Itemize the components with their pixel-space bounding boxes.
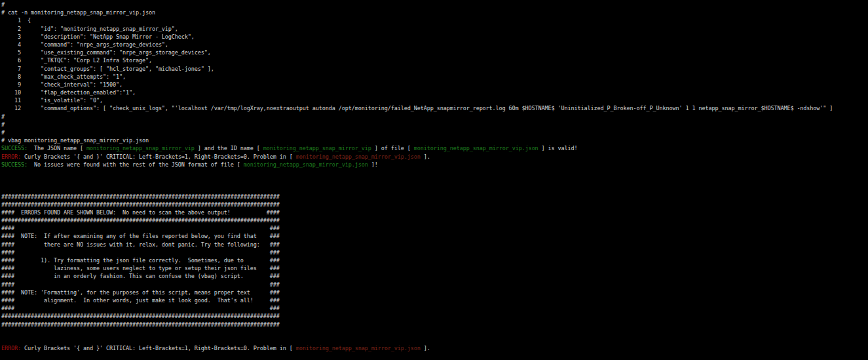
terminal-line: ########################################… [1,321,868,329]
terminal-line: #### NOTE: If after examining any of the… [1,232,868,240]
terminal-text: ]! [368,161,378,168]
ascii-banner-border: ########################################… [1,313,280,319]
shell-prompt: # [1,113,5,120]
terminal-text: Curly Brackets '{ and }' CRITICAL: Left-… [21,153,296,160]
terminal-line: # [1,129,868,136]
highlighted-filename: monitoring_netapp_snap_mirror_vip.json [414,145,538,151]
terminal-line: 9 "check_interval": "1500", [1,81,868,89]
ascii-banner-row: #### NOTE: If after examining any of the… [1,233,280,239]
terminal-line [1,176,868,184]
ascii-banner-border: ########################################… [1,321,280,328]
terminal-text: ] is valid! [538,145,578,151]
ascii-banner-title: #### ERRORS FOUND ARE SHOWN BELOW: No ne… [1,209,280,216]
terminal-line [1,336,868,344]
terminal-line: ########################################… [1,193,868,201]
terminal-line: # cat -n monitoring_netapp_snap_mirror_v… [1,9,868,16]
terminal-line: ########################################… [1,312,868,320]
ascii-banner-border: ########################################… [1,217,280,224]
terminal-line [1,329,868,336]
terminal-line: 12 "command_options": [ "check_unix_logs… [1,104,868,112]
error-label: ERROR: [1,153,21,160]
terminal-line: # [1,121,868,129]
json-line: 4 "command": "nrpe_args_storage_devices"… [1,41,168,48]
terminal-line: #### ### [1,304,868,312]
terminal-line: #### ### [1,249,868,256]
shell-prompt: # [1,129,5,136]
terminal-line: 3 "description": "NetApp Snap Mirror - L… [1,33,868,41]
ascii-banner-row: #### ### [1,281,280,288]
terminal-text: ]. [421,345,430,351]
terminal-output: ## cat -n monitoring_netapp_snap_mirror_… [1,1,868,360]
terminal-line: #### there are NO issues with it, relax,… [1,241,868,249]
ascii-banner-row: #### ### [1,249,280,256]
terminal-line [1,169,868,176]
success-label: SUCCESS: [1,161,28,168]
terminal-text: ] and the ID name [ [195,145,263,151]
shell-prompt: # [1,1,5,8]
terminal-line: # [1,1,868,9]
command-vbag: # vbag monitoring_netapp_snap_mirror_vip… [1,137,149,144]
terminal-line [1,184,868,192]
shell-prompt: # [1,121,5,128]
json-line: 2 "id": "monitoring_netapp_snap_mirror_v… [1,26,178,32]
terminal-text: ]. [421,153,430,160]
terminal-line: 8 "max_check_attempts": "1", [1,73,868,81]
ascii-banner-border: ########################################… [1,201,280,208]
ascii-banner-row: #### laziness, some users neglect to typ… [1,265,280,271]
highlighted-filename: monitoring_netapp_snap_mirror_vip.json [244,161,368,168]
terminal-line: #### alignment. In other words, just mak… [1,296,868,304]
terminal-line: #### ### [1,224,868,232]
ascii-banner-border: ########################################… [1,193,280,200]
terminal-line: 6 "_TKTQC": "Corp L2 Infra Storage", [1,56,868,64]
terminal-line: ########################################… [1,201,868,209]
json-line: 11 "is_volatile": "0", [1,97,103,104]
success-label: SUCCESS: [1,145,28,151]
terminal-line: SUCCESS: The JSON name [ monitoring_neta… [1,144,868,152]
ascii-banner-row: #### in an orderly fashion. This can con… [1,273,280,279]
terminal-line: 10 "flap_detection_enabled":"1", [1,89,868,96]
terminal-line: #### 1). Try formatting the json file co… [1,256,868,264]
terminal-line: 11 "is_volatile": "0", [1,96,868,104]
highlighted-filename: monitoring_netapp_snap_mirror_vip [86,145,195,151]
terminal-line: SUCCESS: No issues were found with the r… [1,161,868,169]
terminal-line: 4 "command": "nrpe_args_storage_devices"… [1,41,868,49]
json-line: 10 "flap_detection_enabled":"1", [1,89,136,96]
terminal-line: 2 "id": "monitoring_netapp_snap_mirror_v… [1,25,868,33]
json-line: 5 "use_existing_command": "nrpe_args_sto… [1,49,211,56]
command-cat: # cat -n monitoring_netapp_snap_mirror_v… [1,9,155,16]
terminal-line: ERROR: Curly Brackets '{ and }' CRITICAL… [1,344,868,352]
json-line: 8 "max_check_attempts": "1", [1,73,126,80]
terminal-line: 5 "use_existing_command": "nrpe_args_sto… [1,49,868,56]
terminal-line: 7 "contact_groups": [ "hcl_storage", "mi… [1,65,868,73]
terminal-line: #### laziness, some users neglect to typ… [1,264,868,272]
json-line: 6 "_TKTQC": "Corp L2 Infra Storage", [1,57,152,64]
terminal-line: # vbag monitoring_netapp_snap_mirror_vip… [1,136,868,144]
ascii-banner-row: #### ### [1,305,280,311]
json-line: 1 { [1,17,31,24]
ascii-banner-row: #### NOTE: 'Formatting', for the purpose… [1,289,280,296]
terminal-line: #### ### [1,281,868,289]
error-label: ERROR: [1,345,21,351]
terminal-text: No issues were found with the rest of th… [28,161,244,168]
terminal-line: #### ERRORS FOUND ARE SHOWN BELOW: No ne… [1,209,868,216]
error-filename: monitoring_netapp_snap_mirror_vip.json [296,153,421,160]
terminal-line: #### NOTE: 'Formatting', for the purpose… [1,289,868,296]
terminal-text: ] of file [ [371,145,414,151]
error-filename: monitoring_netapp_snap_mirror_vip.json [296,345,421,351]
terminal-text: Curly Brackets '{ and }' CRITICAL: Left-… [21,345,296,351]
terminal-line: ########################################… [1,216,868,224]
terminal-line [1,352,868,360]
terminal-line: ERROR: Curly Brackets '{ and }' CRITICAL… [1,153,868,161]
highlighted-filename: monitoring_netapp_snap_mirror_vip [263,145,371,151]
ascii-banner-row: #### ### [1,225,280,231]
terminal-line: #### in an orderly fashion. This can con… [1,272,868,280]
terminal-text: The JSON name [ [28,145,86,151]
ascii-banner-row: #### alignment. In other words, just mak… [1,297,280,304]
terminal-window: ## cat -n monitoring_netapp_snap_mirror_… [0,0,868,360]
ascii-banner-row: #### 1). Try formatting the json file co… [1,257,280,264]
terminal-line: 1 { [1,16,868,24]
json-line: 12 "command_options": [ "check_unix_logs… [1,105,833,111]
ascii-banner-row: #### there are NO issues with it, relax,… [1,241,280,248]
terminal-line: # [1,113,868,121]
json-line: 7 "contact_groups": [ "hcl_storage", "mi… [1,66,214,72]
